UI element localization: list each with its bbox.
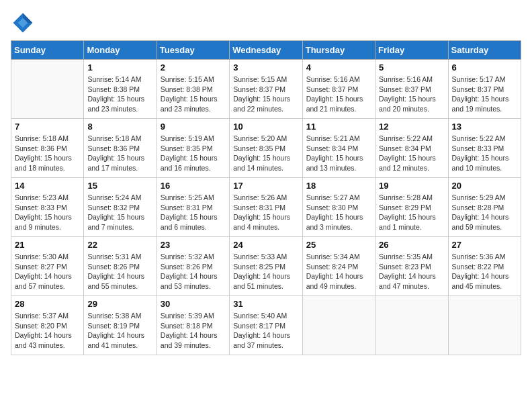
calendar-cell: 21Sunrise: 5:30 AMSunset: 8:27 PMDayligh… <box>11 237 84 296</box>
day-number: 14 <box>15 181 80 191</box>
calendar-week-3: 14Sunrise: 5:23 AMSunset: 8:33 PMDayligh… <box>11 178 521 237</box>
calendar-cell: 18Sunrise: 5:27 AMSunset: 8:30 PMDayligh… <box>302 178 375 237</box>
day-number: 25 <box>306 240 371 250</box>
day-info: Sunrise: 5:16 AMSunset: 8:37 PMDaylight:… <box>306 75 371 114</box>
day-info: Sunrise: 5:29 AMSunset: 8:28 PMDaylight:… <box>452 193 517 232</box>
calendar-cell: 24Sunrise: 5:33 AMSunset: 8:25 PMDayligh… <box>230 237 302 296</box>
day-number: 13 <box>452 122 517 132</box>
day-number: 18 <box>306 181 371 191</box>
calendar-cell <box>302 296 375 355</box>
day-info: Sunrise: 5:26 AMSunset: 8:31 PMDaylight:… <box>233 193 298 232</box>
day-info: Sunrise: 5:28 AMSunset: 8:29 PMDaylight:… <box>379 193 444 232</box>
calendar-cell: 7Sunrise: 5:18 AMSunset: 8:36 PMDaylight… <box>11 119 84 178</box>
day-info: Sunrise: 5:18 AMSunset: 8:36 PMDaylight:… <box>15 134 80 173</box>
day-number: 12 <box>379 122 444 132</box>
calendar-week-2: 7Sunrise: 5:18 AMSunset: 8:36 PMDaylight… <box>11 119 521 178</box>
day-number: 2 <box>161 62 226 73</box>
calendar-cell <box>11 60 84 119</box>
calendar-header-friday: Friday <box>375 41 448 60</box>
calendar-cell: 30Sunrise: 5:39 AMSunset: 8:18 PMDayligh… <box>157 296 229 355</box>
calendar-cell: 31Sunrise: 5:40 AMSunset: 8:17 PMDayligh… <box>230 296 302 355</box>
calendar-cell: 3Sunrise: 5:15 AMSunset: 8:37 PMDaylight… <box>230 60 302 119</box>
calendar-cell: 10Sunrise: 5:20 AMSunset: 8:35 PMDayligh… <box>230 119 302 178</box>
day-info: Sunrise: 5:14 AMSunset: 8:38 PMDaylight:… <box>87 75 152 114</box>
day-info: Sunrise: 5:24 AMSunset: 8:32 PMDaylight:… <box>87 193 152 232</box>
day-number: 6 <box>452 62 517 73</box>
day-info: Sunrise: 5:16 AMSunset: 8:37 PMDaylight:… <box>379 75 444 114</box>
logo-icon <box>11 11 35 35</box>
day-info: Sunrise: 5:22 AMSunset: 8:34 PMDaylight:… <box>379 134 444 173</box>
day-number: 21 <box>15 240 80 250</box>
calendar-header-thursday: Thursday <box>302 41 375 60</box>
calendar-cell: 4Sunrise: 5:16 AMSunset: 8:37 PMDaylight… <box>302 60 375 119</box>
calendar-cell: 29Sunrise: 5:38 AMSunset: 8:19 PMDayligh… <box>84 296 157 355</box>
day-info: Sunrise: 5:30 AMSunset: 8:27 PMDaylight:… <box>15 252 80 291</box>
calendar-cell: 27Sunrise: 5:36 AMSunset: 8:22 PMDayligh… <box>448 237 521 296</box>
calendar-cell: 2Sunrise: 5:15 AMSunset: 8:38 PMDaylight… <box>157 60 229 119</box>
day-info: Sunrise: 5:18 AMSunset: 8:36 PMDaylight:… <box>87 134 152 173</box>
day-number: 20 <box>452 181 517 191</box>
day-info: Sunrise: 5:38 AMSunset: 8:19 PMDaylight:… <box>87 311 152 351</box>
calendar-week-4: 21Sunrise: 5:30 AMSunset: 8:27 PMDayligh… <box>11 237 521 296</box>
calendar-cell: 23Sunrise: 5:32 AMSunset: 8:26 PMDayligh… <box>157 237 229 296</box>
day-number: 29 <box>87 299 152 309</box>
day-number: 10 <box>233 122 298 132</box>
calendar-header-sunday: Sunday <box>11 41 84 60</box>
day-info: Sunrise: 5:31 AMSunset: 8:26 PMDaylight:… <box>87 252 152 291</box>
calendar-cell <box>448 296 521 355</box>
calendar-cell: 26Sunrise: 5:35 AMSunset: 8:23 PMDayligh… <box>375 237 448 296</box>
calendar-cell: 22Sunrise: 5:31 AMSunset: 8:26 PMDayligh… <box>84 237 157 296</box>
calendar-cell: 8Sunrise: 5:18 AMSunset: 8:36 PMDaylight… <box>84 119 157 178</box>
day-number: 22 <box>87 240 152 250</box>
calendar-cell: 12Sunrise: 5:22 AMSunset: 8:34 PMDayligh… <box>375 119 448 178</box>
day-number: 4 <box>306 62 371 73</box>
day-info: Sunrise: 5:15 AMSunset: 8:38 PMDaylight:… <box>161 75 226 114</box>
calendar-header-saturday: Saturday <box>448 41 521 60</box>
day-info: Sunrise: 5:27 AMSunset: 8:30 PMDaylight:… <box>306 193 371 232</box>
day-number: 11 <box>306 122 371 132</box>
calendar-cell: 28Sunrise: 5:37 AMSunset: 8:20 PMDayligh… <box>11 296 84 355</box>
calendar-cell: 25Sunrise: 5:34 AMSunset: 8:24 PMDayligh… <box>302 237 375 296</box>
calendar-header-wednesday: Wednesday <box>230 41 302 60</box>
day-number: 27 <box>452 240 517 250</box>
calendar-cell: 14Sunrise: 5:23 AMSunset: 8:33 PMDayligh… <box>11 178 84 237</box>
day-number: 15 <box>87 181 152 191</box>
day-info: Sunrise: 5:35 AMSunset: 8:23 PMDaylight:… <box>379 252 444 291</box>
day-number: 7 <box>15 122 80 132</box>
day-number: 24 <box>233 240 298 250</box>
calendar-header-monday: Monday <box>84 41 157 60</box>
calendar-cell <box>375 296 448 355</box>
calendar-cell: 5Sunrise: 5:16 AMSunset: 8:37 PMDaylight… <box>375 60 448 119</box>
day-info: Sunrise: 5:15 AMSunset: 8:37 PMDaylight:… <box>233 75 298 114</box>
day-info: Sunrise: 5:22 AMSunset: 8:33 PMDaylight:… <box>452 134 517 173</box>
calendar-cell: 17Sunrise: 5:26 AMSunset: 8:31 PMDayligh… <box>230 178 302 237</box>
day-info: Sunrise: 5:17 AMSunset: 8:37 PMDaylight:… <box>452 75 517 114</box>
day-number: 16 <box>161 181 226 191</box>
day-info: Sunrise: 5:32 AMSunset: 8:26 PMDaylight:… <box>161 252 226 291</box>
day-number: 19 <box>379 181 444 191</box>
day-info: Sunrise: 5:20 AMSunset: 8:35 PMDaylight:… <box>233 134 298 173</box>
day-number: 5 <box>379 62 444 73</box>
day-number: 26 <box>379 240 444 250</box>
day-number: 9 <box>161 122 226 132</box>
calendar-header-row: SundayMondayTuesdayWednesdayThursdayFrid… <box>11 41 521 60</box>
day-number: 3 <box>233 62 298 73</box>
calendar-cell: 6Sunrise: 5:17 AMSunset: 8:37 PMDaylight… <box>448 60 521 119</box>
calendar-cell: 20Sunrise: 5:29 AMSunset: 8:28 PMDayligh… <box>448 178 521 237</box>
logo <box>11 11 38 35</box>
day-info: Sunrise: 5:25 AMSunset: 8:31 PMDaylight:… <box>161 193 226 232</box>
day-number: 30 <box>161 299 226 309</box>
day-info: Sunrise: 5:37 AMSunset: 8:20 PMDaylight:… <box>15 311 80 351</box>
day-number: 17 <box>233 181 298 191</box>
calendar-table: SundayMondayTuesdayWednesdayThursdayFrid… <box>11 40 521 355</box>
page-header <box>11 11 521 35</box>
day-info: Sunrise: 5:39 AMSunset: 8:18 PMDaylight:… <box>161 311 226 351</box>
calendar-week-5: 28Sunrise: 5:37 AMSunset: 8:20 PMDayligh… <box>11 296 521 355</box>
calendar-cell: 15Sunrise: 5:24 AMSunset: 8:32 PMDayligh… <box>84 178 157 237</box>
calendar-cell: 16Sunrise: 5:25 AMSunset: 8:31 PMDayligh… <box>157 178 229 237</box>
day-info: Sunrise: 5:33 AMSunset: 8:25 PMDaylight:… <box>233 252 298 291</box>
day-info: Sunrise: 5:23 AMSunset: 8:33 PMDaylight:… <box>15 193 80 232</box>
day-info: Sunrise: 5:40 AMSunset: 8:17 PMDaylight:… <box>233 311 298 351</box>
calendar-cell: 13Sunrise: 5:22 AMSunset: 8:33 PMDayligh… <box>448 119 521 178</box>
calendar-cell: 1Sunrise: 5:14 AMSunset: 8:38 PMDaylight… <box>84 60 157 119</box>
